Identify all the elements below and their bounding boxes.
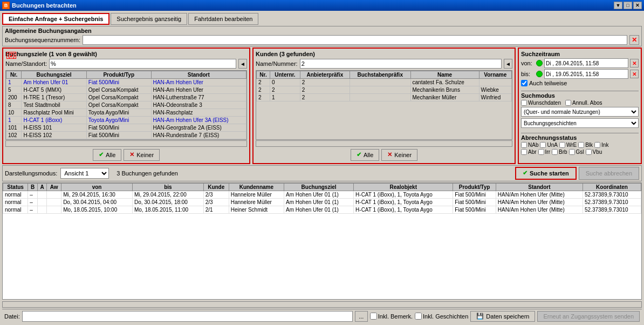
datei-input[interactable] bbox=[22, 311, 353, 322]
kunden-alle-icon: ✔ bbox=[357, 151, 361, 158]
table-row[interactable]: 10Raschplatz Pool MiniToyota Aygo/MiniHA… bbox=[6, 109, 246, 117]
alle-icon: ✔ bbox=[99, 151, 104, 158]
suchmodus-title: Suchmodus bbox=[521, 92, 639, 99]
abr-checkbox-gsl[interactable] bbox=[569, 149, 575, 155]
inkl-geschichten-checkbox[interactable] bbox=[415, 313, 422, 320]
k-col-buchstaben: Buchstabenpräfix bbox=[350, 71, 410, 79]
result-col-standort: Standort bbox=[496, 183, 583, 191]
erneut-btn[interactable]: Erneut an Zugangssystem senden bbox=[537, 311, 640, 322]
bottom-status-bar: Darstellungsmodus: Ansicht 1 3 Buchungen… bbox=[2, 165, 642, 181]
title-bar: B Buchungen betrachten ▼ □ ✕ bbox=[0, 0, 644, 11]
kunden-filter-arrow[interactable]: ◄ bbox=[504, 59, 512, 69]
abrechnungs-row2: AbrIrrBrbGslVbu bbox=[521, 149, 639, 155]
buchungsziele-keiner-btn[interactable]: ✕ Keiner bbox=[124, 149, 160, 161]
tab-einfache-anfrage[interactable]: Einfache Anfrage + Suchergebnis bbox=[2, 13, 109, 25]
minimize-btn[interactable]: ▼ bbox=[614, 2, 622, 9]
buchungsziele-keiner-label: Keiner bbox=[136, 152, 154, 158]
kunden-keiner-btn[interactable]: ✕ Keiner bbox=[381, 149, 417, 161]
buchungsziele-hscroll[interactable] bbox=[5, 140, 247, 147]
kunden-table-scroll[interactable]: Nr. Unternr. Anbieterpräfix Buchstabenpr… bbox=[256, 70, 512, 140]
buchungsseq-clear-btn[interactable]: ✕ bbox=[629, 35, 639, 45]
abr-item-vbu: Vbu bbox=[586, 149, 602, 155]
abr-item-nab: NAb bbox=[521, 142, 538, 148]
keiner-icon: ✕ bbox=[129, 151, 134, 158]
daten-speichern-btn[interactable]: 💾 Daten speichern bbox=[470, 311, 535, 322]
abr-checkbox-una[interactable] bbox=[540, 142, 546, 148]
restore-btn[interactable]: □ bbox=[624, 2, 632, 9]
k-col-unternr: Unternr. bbox=[270, 71, 300, 79]
abrechnungsstatus-title: Abrechnungsstatus bbox=[521, 134, 639, 141]
table-row[interactable]: 5H-CAT 5 (MMX)Opel Corsa/KompaktHAN-Am H… bbox=[6, 86, 246, 94]
abr-checkbox-ink[interactable] bbox=[594, 142, 600, 148]
table-row[interactable]: 102H-EISS 102Fiat 500/MiniHAN-Rundestraß… bbox=[6, 132, 246, 139]
kunden-hscroll[interactable] bbox=[256, 140, 512, 147]
allgemeine-title: Allgemeine Buchungsangaben bbox=[5, 28, 639, 34]
buchungsziele-filter-arrow[interactable]: ◄ bbox=[238, 59, 247, 69]
abr-item-irr: Irr bbox=[538, 149, 550, 155]
abr-checkbox-brb[interactable] bbox=[552, 149, 558, 155]
table-row[interactable]: 101H-EISS 101Fiat 500/MiniHAN-Georgstraß… bbox=[6, 124, 246, 132]
buchungsseq-label: Buchungssequenznummern: bbox=[5, 37, 80, 43]
close-btn[interactable]: ✕ bbox=[633, 2, 642, 9]
table-row[interactable]: 202cantatest Fa. Schulze bbox=[257, 79, 512, 86]
table-row[interactable]: 8Test StadtmobilOpel Corsa/KompaktHAN-Od… bbox=[6, 101, 246, 109]
divider1 bbox=[521, 91, 639, 91]
suchmodus-dropdown1[interactable]: (Quer- und normale Nutzungen) bbox=[521, 107, 639, 117]
window-controls[interactable]: ▼ □ ✕ bbox=[614, 2, 642, 9]
suche-abbrechen-btn[interactable]: Suche abbrechen bbox=[579, 167, 639, 180]
buchungsziele-filter-input[interactable] bbox=[49, 59, 236, 69]
results-hscroll[interactable] bbox=[2, 301, 642, 308]
buchungsziele-alle-btn[interactable]: ✔ Alle bbox=[93, 149, 121, 161]
result-col-koordinaten: Koordinaten bbox=[583, 183, 641, 191]
tab-bar: Einfache Anfrage + Suchergebnis Sucherge… bbox=[2, 13, 642, 25]
result-table-row[interactable]: normal–Mi, 29.04.2015, 16:30Mi, 29.04.20… bbox=[3, 191, 641, 198]
bis-input[interactable] bbox=[544, 69, 628, 79]
buchungsseq-input[interactable] bbox=[83, 35, 627, 45]
table-row[interactable]: 212Mechaniker MüllerWinfried bbox=[257, 94, 512, 101]
table-row[interactable]: 200H-TRE 1 (Tresor)Opel Corsa/KompaktHAN… bbox=[6, 94, 246, 101]
table-row[interactable]: 222Mechanikerin BrunsWiebke bbox=[257, 86, 512, 94]
dots-btn[interactable]: ... bbox=[355, 311, 368, 322]
auch-teilweise-checkbox[interactable] bbox=[521, 80, 527, 86]
inkl-bemerk-label: Inkl. Bemerk. bbox=[378, 313, 413, 320]
bis-clear-btn[interactable]: ✕ bbox=[630, 70, 639, 78]
abr-checkbox-wre[interactable] bbox=[559, 142, 565, 148]
result-col-status: Status bbox=[3, 183, 28, 191]
abr-checkbox-nab[interactable] bbox=[521, 142, 527, 148]
tab-suchergebnis[interactable]: Suchergebnis ganzseitig bbox=[111, 13, 187, 25]
suchmodus-dropdown2[interactable]: Buchungsgeschichten bbox=[521, 118, 639, 128]
abr-checkbox-irr[interactable] bbox=[538, 149, 544, 155]
von-green-dot bbox=[536, 60, 543, 66]
abr-item-una: UnA bbox=[540, 142, 557, 148]
suche-starten-btn[interactable]: ✔ Suche starten bbox=[515, 167, 577, 180]
results-table-container[interactable]: StatusBAAwvonbisKundeKundennameBuchungsz… bbox=[2, 182, 642, 300]
kunden-filter-input[interactable] bbox=[300, 59, 502, 69]
kunden-filter-label: Name/Nummer: bbox=[256, 60, 298, 67]
result-table-row[interactable]: normal–Do, 30.04.2015, 04:00Do, 30.04.20… bbox=[3, 198, 641, 206]
kunden-alle-btn[interactable]: ✔ Alle bbox=[351, 149, 379, 161]
buchungsziele-table-scroll[interactable]: Nr. Buchungsziel Produkt/Typ Standort 1A… bbox=[5, 70, 247, 140]
von-row: von: ✕ bbox=[521, 58, 639, 68]
abr-checkbox-abr[interactable] bbox=[521, 149, 527, 155]
annull-abos-checkbox[interactable] bbox=[565, 100, 571, 106]
abr-checkbox-vbu[interactable] bbox=[586, 149, 592, 155]
suche-abbrechen-label: Suche abbrechen bbox=[586, 170, 632, 177]
kunden-table: Nr. Unternr. Anbieterpräfix Buchstabenpr… bbox=[256, 71, 512, 101]
von-input[interactable] bbox=[544, 58, 628, 68]
result-col-kunde: Kunde bbox=[203, 183, 229, 191]
von-clear-btn[interactable]: ✕ bbox=[630, 59, 639, 67]
wunschdaten-checkbox[interactable] bbox=[521, 100, 527, 106]
abr-checkbox-blk[interactable] bbox=[578, 142, 584, 148]
table-row[interactable]: 1Am Hohen Ufer 01Fiat 500/MiniHAN-Am Hoh… bbox=[6, 79, 246, 86]
table-row[interactable]: 1H-CAT 1 (iBoxx)Toyota Aygo/MiniHAN-Am H… bbox=[6, 117, 246, 124]
abr-label-brb: Brb bbox=[559, 149, 567, 155]
erneut-label: Erneut an Zugangssystem senden bbox=[543, 313, 634, 320]
tab-fahrtdaten[interactable]: Fahrtdaten bearbeiten bbox=[188, 13, 258, 25]
annull-abos-label: Annull. Abos bbox=[572, 100, 602, 106]
result-col-bis: bis bbox=[132, 183, 203, 191]
inkl-bemerk-checkbox[interactable] bbox=[370, 313, 377, 320]
result-table-row[interactable]: normal–Mo, 18.05.2015, 10:00Mo, 18.05.20… bbox=[3, 206, 641, 213]
buchungsziele-filter-row: Name/Standort: ◄ bbox=[5, 59, 247, 69]
suchmodus-checkboxes: Wunschdaten Annull. Abos bbox=[521, 100, 639, 106]
darstellung-select[interactable]: Ansicht 1 bbox=[60, 168, 109, 179]
